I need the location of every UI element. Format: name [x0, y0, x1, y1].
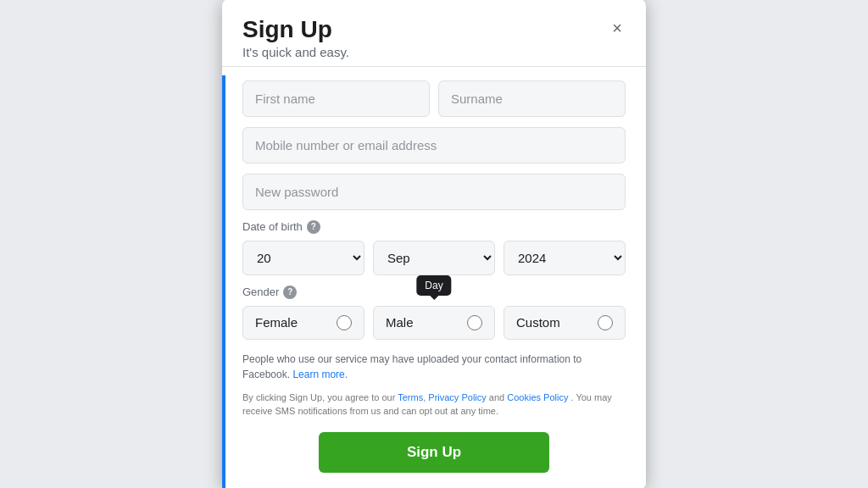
name-row [242, 80, 626, 117]
month-select[interactable]: Sep JanFebMar AprMayJun JulAugOct NovDec [373, 241, 495, 275]
dob-selects: 20 123 456 789 101112 131415 161718 1921… [242, 241, 626, 275]
and-text: and [489, 392, 504, 402]
accent-bar [222, 75, 225, 489]
custom-label: Custom [516, 315, 560, 330]
terms-text: By clicking Sign Up, you agree to our Te… [242, 391, 626, 419]
male-label: Male [386, 315, 414, 330]
signup-button[interactable]: Sign Up [319, 432, 548, 473]
dob-label-row: Date of birth ? [242, 220, 626, 234]
modal-body: Date of birth ? 20 123 456 789 101112 13… [222, 67, 646, 489]
surname-input[interactable] [438, 80, 626, 117]
gender-label: Gender [242, 286, 279, 298]
first-name-input[interactable] [242, 80, 430, 117]
password-input[interactable] [242, 174, 626, 210]
modal-header: Sign Up It's quick and easy. × [222, 0, 646, 67]
gender-female-option[interactable]: Female [242, 306, 364, 340]
gender-options: Day Female Male Custom [242, 306, 626, 340]
terms-prefix: By clicking Sign Up, you agree to our [242, 392, 395, 402]
year-select[interactable]: 2024 20232022 20212020 20102000 19901980 [504, 241, 626, 275]
day-select[interactable]: 20 123 456 789 101112 131415 161718 1921… [242, 241, 364, 275]
signup-modal: Sign Up It's quick and easy. × Date of b… [222, 0, 646, 488]
terms-link[interactable]: Terms [398, 392, 423, 402]
contact-info-text: People who use our service may have uplo… [242, 352, 626, 382]
gender-custom-option[interactable]: Custom [504, 306, 626, 340]
male-radio[interactable] [467, 315, 482, 330]
dob-help-icon[interactable]: ? [307, 220, 320, 234]
modal-title: Sign Up [242, 16, 626, 43]
dob-label: Date of birth [242, 220, 303, 233]
close-button[interactable]: × [604, 14, 631, 42]
day-tooltip: Day [416, 275, 451, 296]
password-row [242, 174, 626, 210]
female-label: Female [255, 315, 298, 330]
gender-help-icon[interactable]: ? [283, 286, 297, 299]
mobile-email-row [242, 127, 626, 164]
mobile-email-input[interactable] [242, 127, 626, 164]
privacy-link[interactable]: Privacy Policy [428, 392, 486, 402]
modal-subtitle: It's quick and easy. [242, 45, 626, 59]
gender-male-option[interactable]: Male [373, 306, 495, 340]
cookies-link[interactable]: Cookies Policy [507, 392, 568, 402]
learn-more-link[interactable]: Learn more. [292, 369, 348, 380]
custom-radio[interactable] [598, 315, 613, 330]
female-radio[interactable] [337, 315, 352, 330]
